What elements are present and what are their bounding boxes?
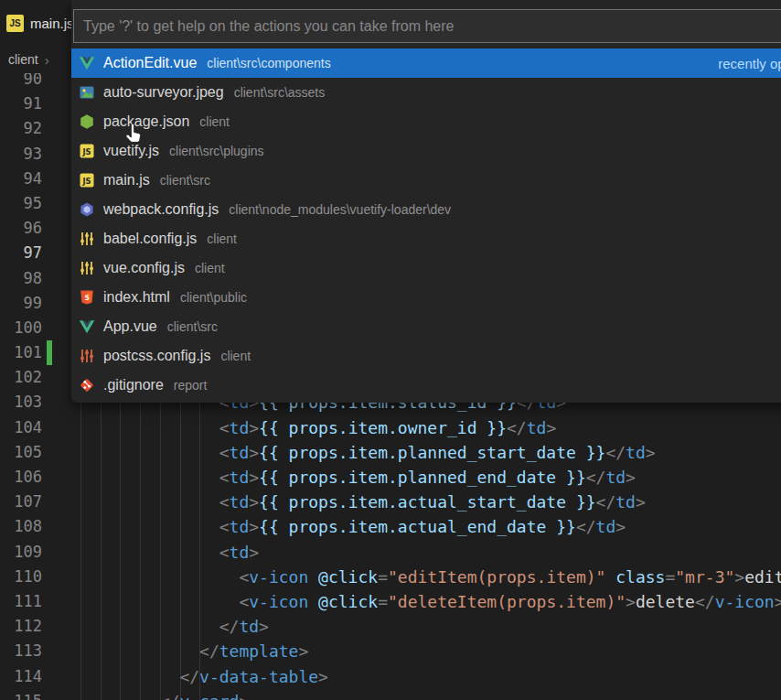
quick-open-item[interactable]: package.jsonclient (71, 107, 781, 136)
line-number: 97 (0, 241, 42, 265)
file-name: .gitignore (103, 377, 164, 393)
gutter-marker (47, 540, 52, 565)
line-number: 107 (0, 490, 42, 514)
quick-open-input[interactable] (73, 9, 781, 43)
code-line[interactable]: 115 </v-card> (0, 689, 781, 700)
gutter-marker (47, 167, 52, 191)
quick-open-item[interactable]: babel.config.jsclient (71, 224, 781, 253)
code-line[interactable]: 114 </v-data-table> (0, 664, 781, 689)
code-line[interactable]: 107 <td>{{ props.item.actual_start_date … (0, 490, 781, 514)
code-line[interactable]: 106 <td>{{ props.item.planned_end_date }… (0, 465, 781, 490)
line-number: 110 (0, 565, 42, 589)
file-path: client\src\assets (234, 85, 326, 100)
gutter-marker (47, 316, 52, 340)
svg-text:5: 5 (84, 294, 89, 302)
gutter-marker (47, 191, 52, 216)
config-yellow-file-icon (79, 260, 95, 276)
gutter-marker (47, 92, 52, 116)
code-text: </template> (80, 639, 308, 663)
quick-open-item[interactable]: postcss.config.jsclient (71, 341, 781, 371)
gutter-marker (47, 241, 52, 265)
image-file-icon (79, 84, 95, 101)
quick-open-item[interactable]: JSmain.jsclient\src (71, 166, 781, 195)
vue-file-icon (79, 55, 95, 71)
code-text: <td>{{ props.item.actual_start_date }}</… (80, 490, 646, 514)
line-number: 93 (0, 142, 42, 167)
quick-open-item[interactable]: JSvuetify.jsclient\src\plugins (71, 136, 781, 166)
code-line[interactable]: 112 </td> (0, 614, 781, 639)
code-line[interactable]: 108 <td>{{ props.item.actual_end_date }}… (0, 514, 781, 539)
npm-file-icon (79, 113, 95, 130)
file-name: webpack.config.js (103, 201, 219, 218)
webpack-file-icon (79, 201, 95, 218)
code-text: <td> (80, 540, 259, 565)
html-file-icon: 5 (79, 289, 95, 306)
code-line[interactable]: 113 </template> (0, 639, 781, 663)
line-number: 99 (0, 291, 42, 316)
breadcrumb[interactable]: client › (0, 46, 71, 73)
line-number: 114 (0, 664, 42, 689)
gutter-marker (47, 689, 52, 700)
file-path: report (174, 378, 208, 393)
code-line[interactable]: 104 <td>{{ props.item.owner_id }}</td> (0, 415, 781, 440)
line-number: 115 (0, 689, 42, 700)
code-line[interactable]: 109 <td> (0, 540, 781, 565)
code-line[interactable]: 111 <v-icon @click="deleteItem(props.ite… (0, 589, 781, 614)
code-text: </td> (80, 614, 269, 639)
line-number: 106 (0, 465, 42, 490)
code-line[interactable]: 105 <td>{{ props.item.planned_start_date… (0, 440, 781, 465)
js-file-icon: JS (6, 15, 24, 32)
file-path: client (220, 349, 251, 363)
recently-opened-label: recently opened (718, 56, 781, 71)
code-text: <td>{{ props.item.planned_start_date }}<… (80, 440, 656, 465)
gutter-marker (47, 565, 52, 589)
line-number: 95 (0, 191, 42, 216)
gutter-marker (47, 614, 52, 639)
svg-text:JS: JS (81, 177, 91, 186)
line-number: 113 (0, 639, 42, 663)
line-number: 104 (0, 415, 42, 440)
file-name: main.js (103, 172, 150, 188)
gutter-marker (47, 390, 52, 415)
gutter-marker (47, 490, 52, 514)
file-path: client\src (167, 319, 218, 334)
git-file-icon (79, 377, 95, 393)
line-number: 94 (0, 167, 42, 191)
code-text: </v-data-table> (80, 664, 328, 689)
chevron-right-icon: › (45, 52, 49, 68)
file-path: client (199, 114, 230, 129)
file-path: client\src\plugins (169, 144, 264, 158)
quick-open-item[interactable]: ActionEdit.vueclient\src\componentsrecen… (71, 48, 781, 78)
line-number: 98 (0, 266, 42, 291)
line-number: 96 (0, 216, 42, 241)
quick-open-item[interactable]: auto-surveyor.jpegclient\src\assets (71, 78, 781, 107)
gutter-marker (47, 514, 52, 539)
gutter-marker (47, 440, 52, 465)
code-line[interactable]: 110 <v-icon @click="editItem(props.item)… (0, 565, 781, 589)
file-name: package.json (103, 113, 189, 130)
gutter-marker (47, 142, 52, 167)
file-path: client\src\components (207, 56, 330, 70)
file-name: index.html (103, 289, 170, 306)
quick-open-item[interactable]: .gitignorereport (71, 371, 781, 400)
tab-label: main.js (30, 16, 74, 31)
gutter-marker (47, 116, 52, 141)
breadcrumb-item-client[interactable]: client (8, 52, 38, 67)
file-name: ActionEdit.vue (103, 55, 197, 71)
line-number: 100 (0, 316, 42, 340)
gutter-marker (47, 664, 52, 689)
file-name: babel.config.js (103, 231, 197, 247)
quick-open-item[interactable]: webpack.config.jsclient\node_modules\vue… (71, 195, 781, 224)
file-path: client\public (180, 290, 247, 305)
config-yellow-file-icon (79, 231, 95, 247)
gutter-marker (47, 266, 52, 291)
quick-open-item[interactable]: App.vueclient\src (71, 312, 781, 341)
line-number: 105 (0, 440, 42, 465)
code-text: <v-icon @click="editItem(props.item)" cl… (80, 565, 781, 589)
code-text: <td>{{ props.item.planned_end_date }}</t… (80, 465, 636, 490)
file-path: client (207, 232, 237, 246)
quick-open-item[interactable]: 5index.htmlclient\public (71, 283, 781, 312)
gutter-marker (47, 639, 52, 663)
quick-open-item[interactable]: vue.config.jsclient (71, 253, 781, 283)
line-number: 92 (0, 116, 42, 141)
